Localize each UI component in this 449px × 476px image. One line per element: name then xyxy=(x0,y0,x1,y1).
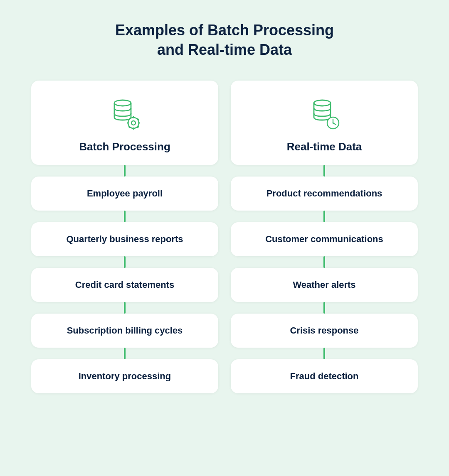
batch-item-1: Quarterly business reports xyxy=(31,222,218,256)
connector-realtime-2 xyxy=(323,256,325,268)
connector-batch-0 xyxy=(124,165,126,177)
batch-header-title: Batch Processing xyxy=(79,140,170,153)
realtime-column: Real-time Data Product recommendations C… xyxy=(231,81,418,393)
svg-rect-4 xyxy=(133,128,134,130)
realtime-header-card: Real-time Data xyxy=(231,81,418,165)
realtime-item-4: Fraud detection xyxy=(231,359,418,393)
batch-item-4: Inventory processing xyxy=(31,359,218,393)
batch-item-2: Credit card statements xyxy=(31,268,218,302)
realtime-icon xyxy=(306,96,343,133)
page-title: Examples of Batch Processing and Real-ti… xyxy=(115,21,334,60)
svg-rect-3 xyxy=(133,116,134,118)
batch-header-card: Batch Processing xyxy=(31,81,218,165)
svg-point-11 xyxy=(314,100,331,106)
batch-item-0: Employee payroll xyxy=(31,177,218,211)
realtime-item-1: Customer communications xyxy=(231,222,418,256)
svg-point-15 xyxy=(333,122,334,123)
connector-batch-3 xyxy=(124,302,126,314)
connector-realtime-3 xyxy=(323,302,325,314)
realtime-item-3: Crisis response xyxy=(231,314,418,348)
connector-realtime-1 xyxy=(323,211,325,222)
connector-realtime-4 xyxy=(323,348,325,359)
connector-batch-2 xyxy=(124,256,126,268)
connector-batch-1 xyxy=(124,211,126,222)
svg-rect-5 xyxy=(127,122,129,123)
batch-column: Batch Processing Employee payroll Quarte… xyxy=(31,81,218,393)
svg-rect-6 xyxy=(138,122,140,123)
batch-item-3: Subscription billing cycles xyxy=(31,314,218,348)
realtime-item-0: Product recommendations xyxy=(231,177,418,211)
connector-realtime-0 xyxy=(323,165,325,177)
batch-icon xyxy=(106,96,143,133)
realtime-item-2: Weather alerts xyxy=(231,268,418,302)
connector-batch-4 xyxy=(124,348,126,359)
svg-point-0 xyxy=(114,100,131,106)
realtime-header-title: Real-time Data xyxy=(287,140,362,153)
main-columns: Batch Processing Employee payroll Quarte… xyxy=(17,81,432,393)
